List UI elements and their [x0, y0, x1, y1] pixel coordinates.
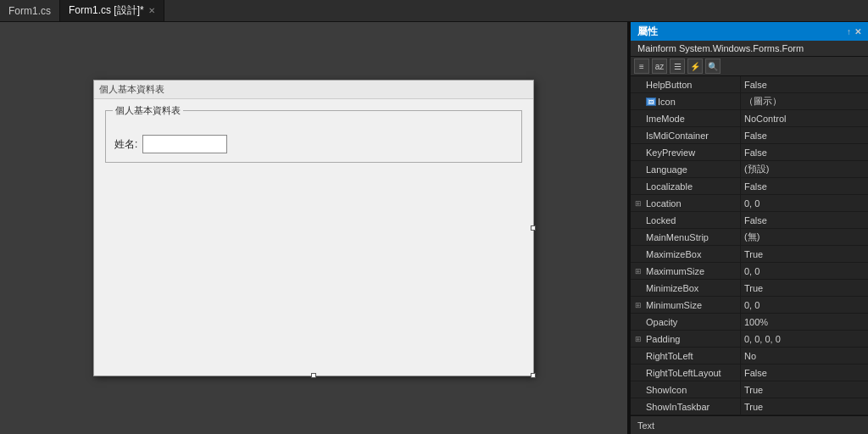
- prop-name: ⊞MaximumSize: [631, 263, 741, 279]
- prop-expand-icon[interactable]: ⊞: [634, 267, 643, 275]
- prop-row[interactable]: ⊞Location0, 0: [631, 195, 868, 212]
- toolbar-props-btn[interactable]: ☰: [670, 58, 685, 74]
- toolbar-events-btn[interactable]: ⚡: [687, 58, 703, 74]
- prop-name: ⊞Location: [631, 195, 741, 211]
- prop-name-text: MaximumSize: [646, 266, 704, 276]
- prop-footer: Text: [631, 415, 868, 434]
- prop-name: Localizable: [631, 178, 741, 194]
- properties-panel: 屬性 ↑ ✕ Mainform System.Windows.Forms.For…: [631, 22, 868, 434]
- prop-value-text: 0, 0, 0, 0: [741, 331, 868, 347]
- prop-value-text: No: [741, 348, 868, 364]
- prop-name: Locked: [631, 212, 741, 228]
- prop-row[interactable]: Language(預設): [631, 161, 868, 178]
- tab-form1-cs-label: Form1.cs: [8, 5, 51, 17]
- main-area: 個人基本資料表 個人基本資料表 姓名: 屬性 ↑ ✕: [0, 22, 868, 434]
- prop-row[interactable]: MaximizeBoxTrue: [631, 246, 868, 263]
- prop-name-text: MainMenuStrip: [646, 232, 709, 242]
- prop-name: MainMenuStrip: [631, 229, 741, 245]
- prop-row[interactable]: ⊞MaximumSize0, 0: [631, 263, 868, 280]
- properties-header-buttons: ↑ ✕: [847, 27, 861, 36]
- prop-table: HelpButtonFalse🖼Icon（圖示）ImeModeNoControl…: [631, 76, 868, 415]
- prop-name: Language: [631, 161, 741, 177]
- prop-name: RightToLeftLayout: [631, 364, 741, 381]
- prop-name-text: MinimizeBox: [646, 283, 698, 293]
- prop-name: ⊞Padding: [631, 331, 741, 347]
- text-field-name[interactable]: [142, 135, 227, 153]
- prop-value-text: (預設): [741, 161, 868, 177]
- resize-handle-bottom-center[interactable]: [311, 373, 316, 378]
- prop-expand-icon[interactable]: ⊞: [634, 301, 643, 309]
- prop-name-text: MaximizeBox: [646, 249, 701, 259]
- tab-bar: Form1.cs Form1.cs [設計]* ✕: [0, 0, 868, 22]
- prop-value-text: False: [741, 364, 868, 381]
- prop-name: HelpButton: [631, 76, 741, 92]
- prop-name-text: MinimumSize: [646, 300, 702, 310]
- prop-value-text: False: [741, 144, 868, 160]
- prop-value-text: NoControl: [741, 110, 868, 126]
- tab-form1-designer-label: Form1.cs [設計]*: [69, 3, 144, 18]
- prop-row[interactable]: MinimizeBoxTrue: [631, 280, 868, 297]
- tab-form1-cs[interactable]: Form1.cs: [0, 0, 60, 21]
- properties-header: 屬性 ↑ ✕: [631, 22, 868, 41]
- prop-row[interactable]: ⊞MinimumSize0, 0: [631, 297, 868, 314]
- prop-name-text: Opacity: [646, 317, 677, 327]
- prop-name-text: Locked: [646, 215, 676, 225]
- prop-expand-icon[interactable]: ⊞: [634, 199, 643, 208]
- prop-name: MaximizeBox: [631, 246, 741, 262]
- prop-row[interactable]: RightToLeftLayoutFalse: [631, 364, 868, 381]
- prop-value-text: False: [741, 127, 868, 143]
- close-icon[interactable]: ✕: [854, 27, 861, 36]
- form-window[interactable]: 個人基本資料表 個人基本資料表 姓名:: [93, 80, 534, 376]
- prop-row[interactable]: LocalizableFalse: [631, 178, 868, 195]
- designer-area: 個人基本資料表 個人基本資料表 姓名:: [0, 22, 627, 434]
- prop-row[interactable]: 🖼Icon（圖示）: [631, 93, 868, 110]
- prop-value-text: 0, 0: [741, 297, 868, 313]
- tab-close-icon[interactable]: ✕: [148, 6, 155, 15]
- resize-handle-right-center[interactable]: [531, 225, 536, 231]
- prop-name: RightToLeft: [631, 348, 741, 364]
- prop-name: 🖼Icon: [631, 93, 741, 109]
- prop-value-text: True: [741, 246, 868, 262]
- prop-row[interactable]: ⊞Padding0, 0, 0, 0: [631, 331, 868, 348]
- prop-row[interactable]: ShowIconTrue: [631, 381, 868, 398]
- prop-value-text: （圖示）: [741, 93, 868, 109]
- prop-name: KeyPreview: [631, 144, 741, 160]
- prop-name: MinimizeBox: [631, 280, 741, 296]
- prop-name: ⊞MinimumSize: [631, 297, 741, 313]
- toolbar-cat-btn[interactable]: ≡: [634, 58, 649, 74]
- toolbar-alpha-btn[interactable]: az: [652, 58, 667, 74]
- prop-value-text: False: [741, 76, 868, 92]
- prop-value-text: True: [741, 381, 868, 398]
- prop-row[interactable]: MainMenuStrip(無): [631, 229, 868, 246]
- tab-form1-designer[interactable]: Form1.cs [設計]* ✕: [60, 0, 164, 21]
- field-label-name: 姓名:: [114, 137, 137, 152]
- form-title-bar: 個人基本資料表: [94, 81, 533, 99]
- prop-name-text: Language: [646, 164, 687, 175]
- prop-row[interactable]: RightToLeftNo: [631, 348, 868, 364]
- prop-name-text: ImeMode: [646, 114, 685, 124]
- prop-value-text: False: [741, 178, 868, 194]
- prop-row[interactable]: LockedFalse: [631, 212, 868, 229]
- form-body: 個人基本資料表 姓名:: [94, 99, 533, 174]
- prop-value-text: True: [741, 398, 868, 415]
- prop-row[interactable]: IsMdiContainerFalse: [631, 127, 868, 144]
- prop-icon-img: 🖼: [646, 97, 656, 106]
- toolbar-search-btn[interactable]: 🔍: [705, 58, 721, 74]
- prop-row[interactable]: Opacity100%: [631, 314, 868, 331]
- resize-handle-bottom-right[interactable]: [531, 373, 536, 378]
- prop-row[interactable]: ShowInTaskbarTrue: [631, 398, 868, 415]
- prop-row[interactable]: KeyPreviewFalse: [631, 144, 868, 161]
- prop-name: IsMdiContainer: [631, 127, 741, 143]
- prop-value-text: 0, 0: [741, 263, 868, 279]
- prop-row[interactable]: HelpButtonFalse: [631, 76, 868, 93]
- object-label: Mainform System.Windows.Forms.Form: [631, 41, 868, 57]
- prop-name-text: HelpButton: [646, 80, 692, 90]
- prop-name-text: Icon: [658, 97, 676, 107]
- prop-name: Opacity: [631, 314, 741, 330]
- prop-expand-icon[interactable]: ⊞: [634, 335, 643, 343]
- prop-row[interactable]: ImeModeNoControl: [631, 110, 868, 127]
- prop-name-text: Location: [646, 198, 682, 209]
- prop-name-text: Padding: [646, 334, 680, 344]
- group-box-label: 個人基本資料表: [113, 104, 183, 117]
- pin-icon[interactable]: ↑: [847, 27, 851, 36]
